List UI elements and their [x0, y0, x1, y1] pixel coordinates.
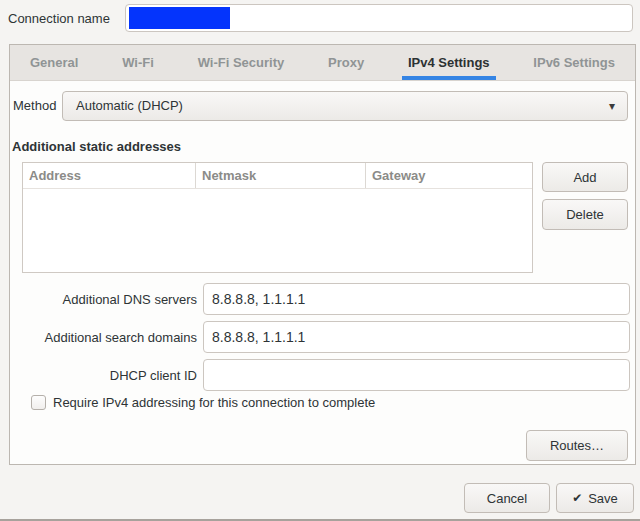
tab-general[interactable]: General	[24, 45, 84, 80]
cancel-button[interactable]: Cancel	[464, 483, 550, 513]
dhcp-client-id-label: DHCP client ID	[0, 359, 197, 392]
tab-wifi-security-label: Wi-Fi Security	[198, 55, 285, 70]
search-domains-input[interactable]	[203, 321, 630, 353]
static-addresses-section-title: Additional static addresses	[12, 139, 181, 154]
tab-wifi-label: Wi-Fi	[122, 55, 154, 70]
tab-proxy[interactable]: Proxy	[322, 45, 370, 80]
tab-ipv6-settings-label: IPv6 Settings	[533, 55, 615, 70]
chevron-down-icon: ▾	[609, 92, 615, 120]
static-addresses-table-header: Address Netmask Gateway	[23, 163, 532, 189]
cancel-button-label: Cancel	[487, 491, 527, 506]
method-dropdown[interactable]: Automatic (DHCP) ▾	[62, 91, 628, 121]
require-ipv4-checkbox[interactable]	[31, 395, 46, 410]
connection-editor-window: Connection name General Wi-Fi Wi-Fi Secu…	[0, 0, 640, 521]
routes-button[interactable]: Routes…	[526, 430, 628, 461]
check-icon: ✔	[572, 492, 582, 504]
tab-proxy-label: Proxy	[328, 55, 364, 70]
add-button[interactable]: Add	[542, 162, 628, 192]
column-header-netmask[interactable]: Netmask	[196, 163, 366, 188]
tab-general-label: General	[30, 55, 78, 70]
delete-button-label: Delete	[566, 207, 604, 222]
column-header-address[interactable]: Address	[23, 163, 196, 188]
delete-button[interactable]: Delete	[542, 199, 628, 230]
search-domains-label: Additional search domains	[0, 321, 197, 354]
dns-servers-input[interactable]	[203, 283, 630, 315]
tab-bar: General Wi-Fi Wi-Fi Security Proxy IPv4 …	[10, 45, 635, 81]
connection-name-label: Connection name	[8, 10, 110, 27]
static-addresses-table[interactable]: Address Netmask Gateway	[22, 162, 533, 273]
tab-wifi[interactable]: Wi-Fi	[116, 45, 160, 80]
column-header-gateway[interactable]: Gateway	[366, 163, 532, 188]
dns-servers-label: Additional DNS servers	[0, 283, 197, 316]
save-button[interactable]: ✔ Save	[556, 483, 634, 513]
dhcp-client-id-input[interactable]	[203, 359, 630, 391]
tab-wifi-security[interactable]: Wi-Fi Security	[192, 45, 291, 80]
tab-ipv4-settings-label: IPv4 Settings	[408, 55, 490, 70]
save-button-label: Save	[588, 491, 618, 506]
method-dropdown-value: Automatic (DHCP)	[76, 98, 183, 113]
tab-ipv4-settings[interactable]: IPv4 Settings	[402, 45, 496, 80]
tab-ipv6-settings[interactable]: IPv6 Settings	[527, 45, 621, 80]
method-label: Method	[13, 91, 56, 121]
connection-name-redacted-value	[129, 7, 230, 29]
connection-name-input[interactable]	[125, 4, 633, 32]
routes-button-label: Routes…	[550, 438, 604, 453]
require-ipv4-checkbox-label: Require IPv4 addressing for this connect…	[53, 395, 375, 411]
add-button-label: Add	[573, 170, 596, 185]
